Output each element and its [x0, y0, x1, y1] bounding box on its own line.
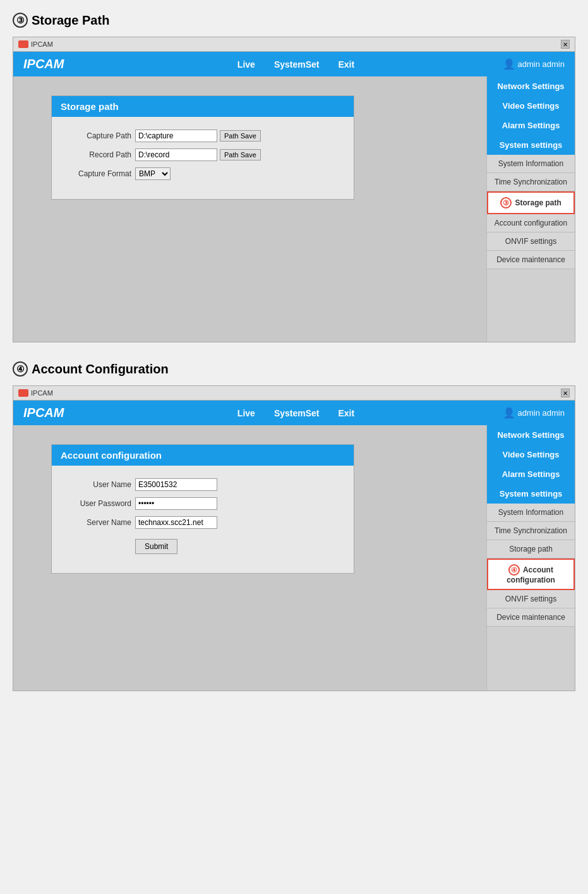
app-header-1: IPCAM Live SystemSet Exit 👤 admin admin: [13, 52, 575, 76]
capture-format-row: Capture Format BMP JPEG: [62, 167, 344, 180]
app-body-1: Storage path Capture Path Path Save Reco…: [13, 76, 575, 342]
sidebar-device-maint-2[interactable]: Device maintenance: [487, 608, 575, 627]
close-button-2[interactable]: ✕: [561, 389, 570, 397]
capture-path-save-button[interactable]: Path Save: [220, 130, 261, 142]
submit-button[interactable]: Submit: [135, 539, 177, 554]
title-bar-text-2: IPCAM: [31, 389, 53, 397]
capture-path-label: Capture Path: [62, 131, 131, 140]
account-panel: Account configuration User Name User Pas…: [51, 444, 354, 574]
close-button-1[interactable]: ✕: [561, 40, 570, 49]
capture-path-row: Capture Path Path Save: [62, 130, 344, 142]
section2-num: ④: [13, 361, 28, 377]
title-bar-2: IPCAM ✕: [13, 386, 575, 401]
ipcam-app-1: IPCAM Live SystemSet Exit 👤 admin admin …: [13, 52, 575, 342]
section2-heading: ④ Account Configuration: [13, 361, 575, 377]
capture-path-input[interactable]: [135, 130, 217, 142]
storage-panel-title: Storage path: [52, 96, 354, 117]
sidebar-storage-label-1: Storage path: [515, 198, 561, 207]
sidebar-sys-info-2[interactable]: System Information: [487, 504, 575, 522]
record-path-label: Record Path: [62, 150, 131, 159]
ipcam-app-2: IPCAM Live SystemSet Exit 👤 admin admin …: [13, 401, 575, 691]
app-body-2: Account configuration User Name User Pas…: [13, 425, 575, 691]
sidebar-storage-path-2[interactable]: Storage path: [487, 540, 575, 559]
section1-num: ③: [13, 13, 28, 28]
account-panel-body: User Name User Password Server Name: [52, 466, 354, 573]
sidebar-system-2[interactable]: System settings: [487, 484, 575, 504]
sidebar-onvif-2[interactable]: ONVIF settings: [487, 590, 575, 608]
submit-row: Submit: [62, 535, 344, 554]
record-path-input[interactable]: [135, 148, 217, 161]
sidebar-network-2[interactable]: Network Settings: [487, 425, 575, 445]
cam-icon-1: [18, 40, 28, 48]
storage-panel-body: Capture Path Path Save Record Path Path …: [52, 117, 354, 199]
capture-format-select[interactable]: BMP JPEG: [135, 167, 171, 180]
app-user-2: 👤 admin admin: [503, 407, 565, 419]
sidebar-alarm-2[interactable]: Alarm Settings: [487, 464, 575, 484]
sidebar-video-2[interactable]: Video Settings: [487, 445, 575, 464]
app-nav-2: Live SystemSet Exit: [89, 408, 502, 418]
sidebar-video-1[interactable]: Video Settings: [487, 96, 575, 116]
sidebar-storage-path-1[interactable]: ③ Storage path: [487, 191, 575, 214]
user-name-2: admin admin: [518, 408, 565, 418]
password-label: User Password: [62, 499, 131, 508]
title-bar-logo-1: IPCAM: [18, 40, 53, 48]
user-name-1: admin admin: [518, 59, 565, 69]
sidebar-network-1[interactable]: Network Settings: [487, 76, 575, 96]
nav-exit-1[interactable]: Exit: [338, 59, 354, 69]
user-icon-2: 👤: [503, 407, 515, 419]
cam-icon-2: [18, 389, 28, 397]
main-content-2: Account configuration User Name User Pas…: [13, 425, 486, 691]
browser-window-2: IPCAM ✕ IPCAM Live SystemSet Exit 👤 admi…: [13, 385, 575, 691]
account-panel-title: Account configuration: [52, 445, 354, 466]
nav-systemset-1[interactable]: SystemSet: [274, 59, 320, 69]
app-user-1: 👤 admin admin: [503, 58, 565, 70]
app-header-2: IPCAM Live SystemSet Exit 👤 admin admin: [13, 401, 575, 425]
server-row: Server Name: [62, 516, 344, 529]
section2-title: Account Configuration: [32, 362, 169, 377]
username-label: User Name: [62, 480, 131, 489]
app-nav-1: Live SystemSet Exit: [89, 59, 502, 69]
sidebar-onvif-1[interactable]: ONVIF settings: [487, 233, 575, 251]
main-content-1: Storage path Capture Path Path Save Reco…: [13, 76, 486, 342]
nav-exit-2[interactable]: Exit: [338, 408, 354, 418]
sidebar-account-config-1[interactable]: Account configuration: [487, 214, 575, 233]
nav-live-2[interactable]: Live: [237, 408, 255, 418]
sidebar-account-config-2[interactable]: ④ Account configuration: [487, 559, 575, 590]
app-logo-2: IPCAM: [23, 406, 64, 420]
server-input[interactable]: [135, 516, 217, 529]
record-path-save-button[interactable]: Path Save: [220, 149, 261, 160]
password-input[interactable]: [135, 497, 217, 510]
section1-title: Storage Path: [32, 13, 109, 28]
server-label: Server Name: [62, 518, 131, 527]
sidebar-time-sync-1[interactable]: Time Synchronization: [487, 173, 575, 191]
title-bar-1: IPCAM ✕: [13, 37, 575, 52]
user-icon-1: 👤: [503, 58, 515, 70]
storage-panel: Storage path Capture Path Path Save Reco…: [51, 95, 354, 200]
password-row: User Password: [62, 497, 344, 510]
username-row: User Name: [62, 478, 344, 491]
record-path-row: Record Path Path Save: [62, 148, 344, 161]
app-logo-1: IPCAM: [23, 57, 64, 71]
title-bar-text-1: IPCAM: [31, 40, 53, 48]
sidebar-alarm-1[interactable]: Alarm Settings: [487, 116, 575, 135]
capture-format-label: Capture Format: [62, 169, 131, 178]
sidebar-device-maint-1[interactable]: Device maintenance: [487, 251, 575, 269]
username-input[interactable]: [135, 478, 217, 491]
sidebar-1: Network Settings Video Settings Alarm Se…: [486, 76, 575, 342]
sidebar-2: Network Settings Video Settings Alarm Se…: [486, 425, 575, 691]
nav-live-1[interactable]: Live: [237, 59, 255, 69]
title-bar-logo-2: IPCAM: [18, 389, 53, 397]
storage-badge-1: ③: [500, 197, 512, 208]
sidebar-time-sync-2[interactable]: Time Synchronization: [487, 522, 575, 540]
browser-window-1: IPCAM ✕ IPCAM Live SystemSet Exit 👤 admi…: [13, 37, 575, 342]
nav-systemset-2[interactable]: SystemSet: [274, 408, 320, 418]
sidebar-sys-info-1[interactable]: System Information: [487, 155, 575, 173]
sidebar-system-1[interactable]: System settings: [487, 135, 575, 155]
account-badge-2: ④: [508, 564, 520, 576]
section1-heading: ③ Storage Path: [13, 13, 575, 28]
